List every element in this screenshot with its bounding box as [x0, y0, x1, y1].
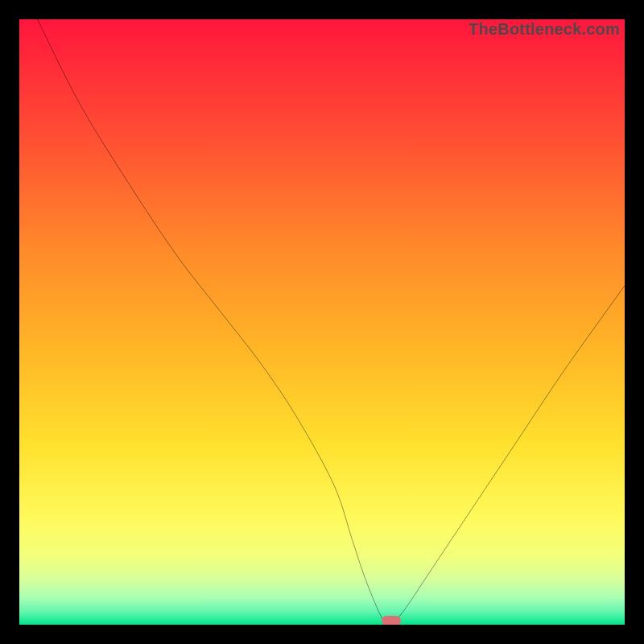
bottleneck-curve — [19, 19, 625, 625]
chart-frame: TheBottleneck.com — [0, 0, 644, 644]
watermark-text: TheBottleneck.com — [469, 21, 620, 37]
minimum-marker — [382, 616, 401, 625]
plot-area: TheBottleneck.com — [19, 19, 625, 625]
